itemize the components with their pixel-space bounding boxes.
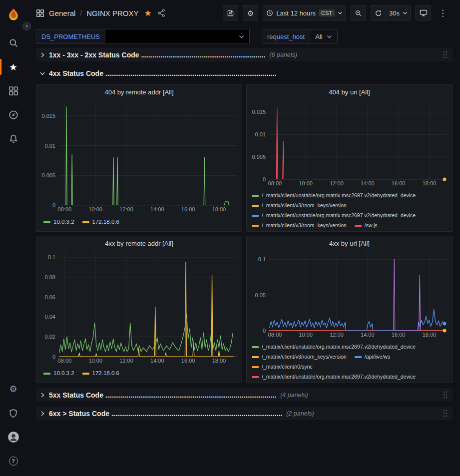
legend-item[interactable]: 10.0.3.2 [43, 369, 74, 378]
x-axis-tick-label: 14:00 [361, 180, 375, 186]
dashboard-settings-button[interactable]: ⚙ [243, 5, 258, 20]
legend-item[interactable]: 172.18.0.6 [82, 218, 119, 226]
y-axis-tick-label: 0.1 [258, 256, 266, 262]
sidebar-bottom-group: ⚙ ? [0, 377, 26, 473]
refresh-interval-select[interactable]: 30s [386, 5, 411, 20]
kebab-icon: ⋮ [439, 9, 447, 17]
datasource-select[interactable] [105, 29, 250, 44]
apps-grid-icon [36, 9, 44, 17]
save-dashboard-button[interactable] [223, 5, 238, 20]
y-axis-tick-label: 0.015 [252, 109, 266, 115]
legend-item[interactable]: /_matrix/client/unstable/org.matrix.msc2… [252, 191, 416, 200]
refresh-interval-label: 30s [389, 9, 400, 17]
legend-item[interactable]: /_matrix/client/unstable/org.matrix.msc2… [252, 211, 416, 220]
chevron-down-icon [40, 71, 45, 76]
sidebar-item-dashboards[interactable] [0, 79, 26, 103]
x-axis-tick-label: 10:00 [88, 358, 102, 364]
sidebar-item-profile[interactable] [0, 425, 26, 449]
breadcrumb-dashboard-title[interactable]: NGINX PROXY [86, 9, 138, 17]
legend-series-label: /_matrix/client/unstable/org.matrix.msc2… [262, 191, 416, 200]
chevron-down-icon [239, 34, 244, 39]
y-axis-tick-label: 0.02 [45, 334, 55, 340]
x-axis-tick-label: 08:00 [58, 358, 72, 364]
x-axis-tick-label: 16:00 [392, 180, 406, 186]
x-axis-tick-label: 18:00 [423, 180, 437, 186]
gear-icon: ⚙ [9, 385, 17, 394]
refresh-icon [375, 9, 382, 17]
avatar [7, 431, 19, 443]
breadcrumb-section[interactable]: General [49, 9, 75, 17]
legend-item[interactable]: /_matrix/client/v3/room_keys/version [252, 221, 347, 230]
chart-plot[interactable] [269, 101, 447, 179]
sidebar-item-explore[interactable] [0, 103, 26, 127]
legend-item[interactable]: /_matrix/client/unstable/org.matrix.msc2… [252, 373, 416, 381]
sidebar-expand-button[interactable]: › [22, 22, 31, 30]
series-line [59, 262, 234, 357]
cycle-view-mode-button[interactable] [416, 5, 431, 20]
more-options-menu[interactable]: ⋮ [436, 5, 450, 20]
sidebar-item-help[interactable]: ? [0, 449, 26, 473]
legend-series-label: /_matrix/client/unstable/org.matrix.msc2… [262, 373, 416, 381]
favorite-star-icon[interactable]: ★ [144, 9, 151, 17]
legend-item[interactable]: 10.0.3.2 [43, 218, 74, 226]
sidebar-item-search[interactable] [0, 31, 26, 55]
chart-plot[interactable] [269, 252, 447, 331]
time-range-picker[interactable]: Last 12 hours CST [263, 5, 346, 20]
monitor-icon [420, 9, 428, 17]
dashboard-row-1xx-3xx-2xx[interactable]: 1xx - 3xx - 2xx Status Code ............… [36, 48, 453, 61]
legend-series-label: /_matrix/client/v3/room_keys/version [262, 353, 347, 361]
legend-item[interactable]: /_matrix/client/v3/room_keys/version [252, 353, 347, 361]
legend-item[interactable]: /sw.js [355, 221, 378, 230]
panel-title[interactable]: 4xx by remote addr [All] [36, 236, 242, 250]
legend-item[interactable]: 172.18.0.6 [82, 369, 119, 378]
bell-icon [8, 134, 18, 144]
row-drag-handle[interactable] [442, 390, 449, 400]
legend: /_matrix/client/unstable/org.matrix.msc2… [247, 340, 452, 383]
panel-title[interactable]: 4xx by uri [All] [247, 236, 452, 250]
legend-series-label: 10.0.3.2 [53, 218, 74, 226]
chevron-down-icon [327, 34, 332, 39]
x-axis-tick-label: 18:00 [212, 358, 226, 364]
legend-item[interactable]: /_matrix/client/unstable/org.matrix.msc2… [252, 343, 416, 351]
legend-item[interactable]: /_matrix/client/v3/room_keys/version [252, 201, 347, 210]
series-endpoint-dot [443, 322, 447, 325]
legend-series-marker [252, 356, 259, 358]
request-host-select[interactable]: All [310, 29, 337, 44]
grafana-logo[interactable] [4, 6, 22, 24]
time-range-label: Last 12 hours [276, 9, 316, 17]
dashboard-row-5xx[interactable]: 5xx Status Code ........................… [36, 388, 453, 402]
x-axis-tick-label: 18:00 [212, 206, 226, 212]
sidebar-item-starred[interactable]: ★ [0, 55, 26, 79]
legend-item[interactable]: /_matrix/client/r0/sync [252, 363, 313, 371]
clock-icon [266, 9, 273, 16]
legend-series-marker [252, 215, 259, 217]
y-axis-tick-label: 0.015 [41, 113, 55, 119]
series-line [59, 314, 233, 353]
panel-title[interactable]: 404 by uri [All] [247, 85, 452, 99]
sidebar-item-server-admin[interactable] [0, 401, 26, 425]
legend-series-marker [252, 205, 259, 207]
x-axis-tick-label: 10:00 [299, 180, 313, 186]
sidebar-item-configuration[interactable]: ⚙ [0, 377, 26, 401]
y-axis-tick-label: 0.08 [45, 274, 55, 280]
panel-4xx-by-remote-addr: 4xx by remote addr [All] 00.020.040.060.… [36, 236, 242, 383]
chart-plot[interactable] [58, 252, 237, 357]
panel-title[interactable]: 404 by remote addr [All] [36, 85, 242, 99]
legend-series-label: 172.18.0.6 [92, 218, 119, 226]
x-axis-tick-label: 08:00 [268, 180, 282, 186]
zoom-out-button[interactable] [351, 5, 366, 20]
share-icon[interactable] [157, 9, 165, 17]
chart-plot[interactable] [58, 101, 237, 205]
y-axis-tick-label: 0 [263, 176, 266, 182]
dashboard-row-4xx[interactable]: 4xx Status Code ........................… [36, 66, 453, 80]
row-drag-handle[interactable] [442, 50, 449, 59]
dashboard-row-6xx[interactable]: 6xx > Status Code ......................… [36, 407, 453, 420]
y-axis-tick-label: 0.05 [255, 292, 266, 298]
x-axis-tick-label: 10:00 [299, 332, 313, 338]
legend-item[interactable]: /api/live/ws [355, 353, 390, 361]
help-icon: ? [9, 457, 18, 466]
sidebar-item-alerting[interactable] [0, 127, 26, 151]
refresh-button[interactable] [371, 5, 386, 20]
row-drag-handle[interactable] [442, 409, 449, 418]
x-axis-tick-label: 08:00 [268, 332, 282, 338]
